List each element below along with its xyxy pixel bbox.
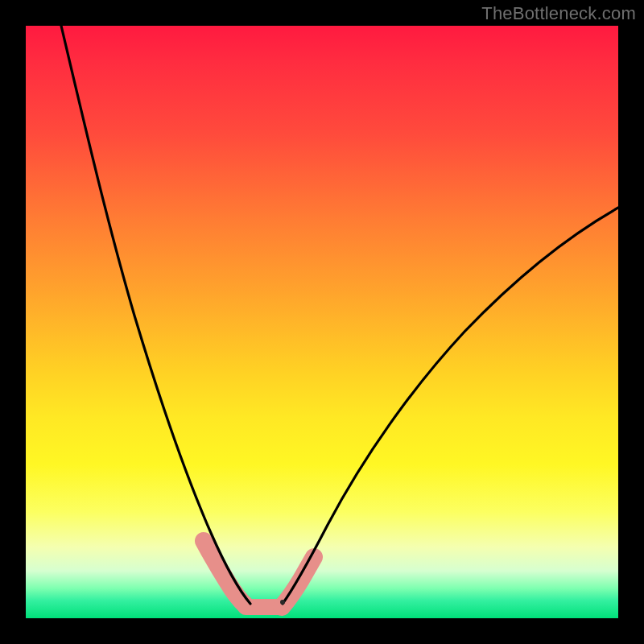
right-curve — [283, 208, 618, 604]
highlight-band — [204, 541, 246, 605]
watermark-text: TheBottleneck.com — [481, 3, 636, 24]
left-curve — [61, 26, 250, 604]
chart-stage: TheBottleneck.com — [0, 0, 644, 644]
curve-layer — [26, 26, 618, 618]
plot-area — [26, 26, 618, 618]
valley-marker — [280, 600, 285, 605]
